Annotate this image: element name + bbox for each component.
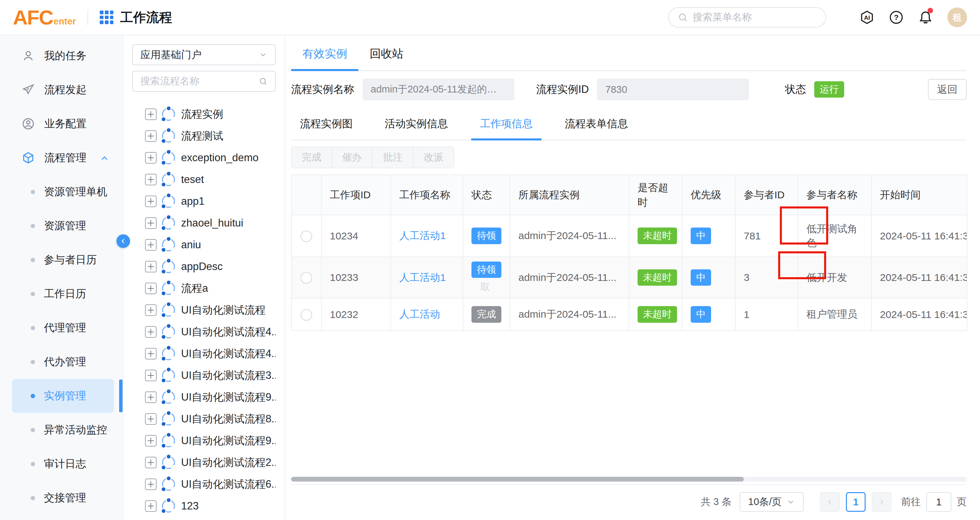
tree-item[interactable]: appDesc <box>132 256 276 277</box>
plus-square-icon[interactable] <box>145 435 157 447</box>
tree-item[interactable]: UI自动化测试流程 <box>132 299 276 321</box>
sidebar-subitem-audit-log[interactable]: 审计日志 <box>0 447 123 481</box>
sidebar-subitem-exception-monitor[interactable]: 异常活动监控 <box>0 413 123 447</box>
plus-square-icon[interactable] <box>145 457 157 468</box>
plus-square-icon[interactable] <box>145 239 157 250</box>
sidebar-subitem-resource-mgmt[interactable]: 资源管理 <box>0 209 123 243</box>
notification-dot <box>928 8 933 13</box>
menu-search-box[interactable]: 搜索菜单名称 <box>668 7 826 27</box>
workitem-name-link[interactable]: 人工活动1 <box>399 272 446 283</box>
plus-square-icon[interactable] <box>145 130 157 142</box>
plus-square-icon[interactable] <box>145 392 157 403</box>
page-number-1[interactable]: 1 <box>846 492 865 512</box>
plus-square-icon[interactable] <box>145 479 157 490</box>
tree-item[interactable]: 流程a <box>132 277 276 299</box>
tab-process-instance-diagram[interactable]: 流程实例图 <box>300 111 353 140</box>
row-radio[interactable] <box>301 231 312 242</box>
next-page-button[interactable] <box>872 492 891 512</box>
instance-info-bar: 流程实例名称 流程实例ID 状态 运行 返回 <box>291 79 967 100</box>
tree-item[interactable]: UI自动化测试流程6... <box>132 473 276 495</box>
tab-valid-instances[interactable]: 有效实例 <box>291 39 358 70</box>
reassign-button[interactable]: 改派 <box>414 147 454 168</box>
row-radio[interactable] <box>301 272 312 284</box>
row-radio[interactable] <box>301 309 312 321</box>
tree-item[interactable]: 123 <box>132 495 276 517</box>
workitem-name-link[interactable]: 人工活动 <box>399 308 440 320</box>
instance-name-field[interactable] <box>363 79 514 100</box>
goto-page-input[interactable] <box>926 492 951 512</box>
sidebar-subitem-instance-mgmt[interactable]: 实例管理 <box>12 379 114 413</box>
annotate-button[interactable]: 批注 <box>373 147 414 168</box>
instance-id-label: 流程实例ID <box>536 82 589 97</box>
prev-page-button[interactable] <box>820 492 840 512</box>
tab-recycle-bin[interactable]: 回收站 <box>358 39 415 70</box>
sidebar-item-process-start[interactable]: 流程发起 <box>0 73 123 107</box>
column-header: 工作项ID <box>321 175 391 215</box>
tree-item-label: 流程测试 <box>181 129 223 143</box>
sidebar-item-my-tasks[interactable]: 我的任务 <box>0 39 123 73</box>
tree-item[interactable]: teset <box>132 169 276 190</box>
user-avatar[interactable]: 租 <box>947 8 967 27</box>
portal-select[interactable]: 应用基础门户 <box>132 44 276 65</box>
sidebar-subitem-resource-mgmt-single[interactable]: 资源管理单机 <box>0 175 123 209</box>
sidebar-subitem-todo-mgmt[interactable]: 代办管理 <box>0 345 123 379</box>
help-icon[interactable]: ? <box>889 10 904 25</box>
workitem-name-link[interactable]: 人工活动1 <box>399 230 446 241</box>
sidebar-item-process-management[interactable]: 流程管理 <box>0 141 123 175</box>
plus-square-icon[interactable] <box>145 500 157 512</box>
instance-id-field[interactable] <box>597 79 749 100</box>
sidebar-subitem-handover-mgmt[interactable]: 交接管理 <box>0 481 123 515</box>
plus-square-icon[interactable] <box>145 174 157 185</box>
tree-item[interactable]: exception_demo <box>132 147 276 169</box>
ai-assistant-icon[interactable]: AI <box>859 10 875 25</box>
scrollbar-thumb[interactable] <box>291 477 744 482</box>
tab-activity-instance-info[interactable]: 活动实例信息 <box>385 111 448 140</box>
afc-logo[interactable]: AFC enter <box>13 6 76 29</box>
tree-item[interactable]: aniu <box>132 234 276 256</box>
tree-item[interactable]: UI自动化测试流程3... <box>132 365 276 386</box>
tree-item[interactable]: 流程测试 <box>132 125 276 147</box>
chevron-down-icon <box>786 498 795 506</box>
plus-square-icon[interactable] <box>145 261 157 273</box>
sidebar-subitem-proxy-mgmt[interactable]: 代理管理 <box>0 311 123 345</box>
plus-square-icon[interactable] <box>145 195 157 207</box>
tree-item[interactable]: app1 <box>132 190 276 212</box>
plus-square-icon[interactable] <box>145 413 157 425</box>
tree-item[interactable]: UI自动化测试流程2... <box>132 452 276 473</box>
tab-process-form-info[interactable]: 流程表单信息 <box>565 111 628 140</box>
tree-item[interactable]: UI自动化测试流程8... <box>132 408 276 430</box>
notifications-bell-icon[interactable] <box>918 10 933 25</box>
collapse-panel-button[interactable] <box>116 234 130 248</box>
page-size-select[interactable]: 10条/页 <box>740 492 804 512</box>
tree-item[interactable]: zhaoel_huitui <box>132 212 276 234</box>
complete-button[interactable]: 完成 <box>291 147 332 168</box>
bullet-dot <box>31 360 35 364</box>
tree-item-label: teset <box>181 173 204 186</box>
timeout-badge: 未超时 <box>638 228 677 244</box>
sidebar-subitem-work-calendar[interactable]: 工作日历 <box>0 277 123 311</box>
plus-square-icon[interactable] <box>145 152 157 163</box>
plus-square-icon[interactable] <box>145 217 157 229</box>
plus-square-icon[interactable] <box>145 348 157 360</box>
tree-item[interactable]: 流程实例 <box>132 103 276 125</box>
process-search-box[interactable]: 搜索流程名称 <box>132 71 276 92</box>
urge-button[interactable]: 催办 <box>332 147 373 168</box>
tree-item[interactable]: UI自动化测试流程4... <box>132 343 276 365</box>
tree-item[interactable]: UI自动化测试流程4... <box>132 321 276 343</box>
tab-workitem-info[interactable]: 工作项信息 <box>480 111 533 140</box>
plus-square-icon[interactable] <box>145 304 157 316</box>
sidebar-subitem-participant-calendar[interactable]: 参与者日历 <box>0 243 123 277</box>
plus-square-icon[interactable] <box>145 282 157 294</box>
tree-item[interactable]: UI自动化测试流程9... <box>132 386 276 408</box>
horizontal-scrollbar[interactable] <box>291 477 967 482</box>
tree-item[interactable]: UI自动化测试流程9... <box>132 430 276 452</box>
chevron-up-icon[interactable] <box>100 154 109 162</box>
column-header: 状态 <box>463 175 510 215</box>
app-grid-icon[interactable] <box>100 11 113 24</box>
table-header-row: 工作项ID 工作项名称 状态 所属流程实例 是否超时 优先级 参与者ID 参与者… <box>291 175 967 215</box>
sidebar-item-business-config[interactable]: 业务配置 <box>0 107 123 141</box>
plus-square-icon[interactable] <box>145 326 157 338</box>
plus-square-icon[interactable] <box>145 370 157 381</box>
back-button[interactable]: 返回 <box>928 79 967 100</box>
plus-square-icon[interactable] <box>145 108 157 120</box>
